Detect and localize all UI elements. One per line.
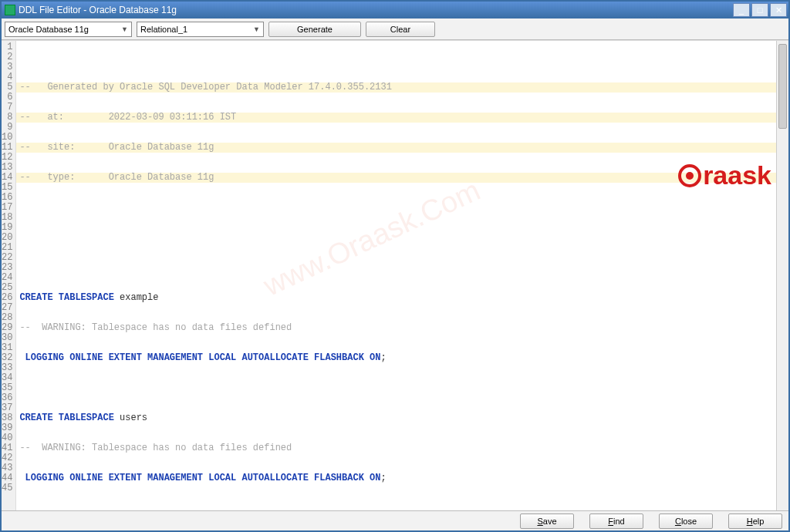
app-icon (5, 5, 15, 15)
code-line: -- at: 2022-03-09 03:11:16 IST (19, 112, 236, 123)
close-bottom-button[interactable]: Close (659, 513, 713, 529)
code-viewport[interactable]: www.Oraask.Com -- Generated by Oracle SQ… (16, 41, 788, 510)
database-combo-value: Oracle Database 11g (8, 25, 89, 34)
editor-area: 1234567891011121314151617181920212223242… (2, 40, 788, 510)
chevron-down-icon: ▼ (253, 25, 260, 33)
titlebar: DDL File Editor - Oracle Database 11g _ … (2, 2, 788, 19)
toolbar: Oracle Database 11g ▼ Relational_1 ▼ Gen… (2, 19, 788, 40)
scrollbar-thumb[interactable] (778, 44, 787, 129)
code-line: -- type: Oracle Database 11g (19, 172, 214, 183)
maximize-button[interactable]: □ (751, 3, 768, 17)
database-combo[interactable]: Oracle Database 11g ▼ (5, 22, 132, 37)
help-button[interactable]: Help (728, 513, 782, 529)
window-buttons: _ □ ✕ (733, 3, 787, 17)
code-line: -- Generated by Oracle SQL Developer Dat… (19, 82, 391, 93)
window-title: DDL File Editor - Oracle Database 11g (19, 5, 177, 15)
model-combo[interactable]: Relational_1 ▼ (137, 22, 264, 37)
bottom-bar: Save Find Close Help (2, 510, 788, 530)
code-line: -- site: Oracle Database 11g (19, 142, 214, 153)
line-gutter: 1234567891011121314151617181920212223242… (2, 41, 16, 510)
vertical-scrollbar[interactable] (776, 41, 788, 510)
close-button[interactable]: ✕ (770, 3, 787, 17)
clear-button[interactable]: Clear (366, 22, 435, 37)
chevron-down-icon: ▼ (121, 25, 128, 33)
generate-button[interactable]: Generate (268, 22, 361, 37)
model-combo-value: Relational_1 (140, 25, 187, 34)
minimize-button[interactable]: _ (733, 3, 750, 17)
find-button[interactable]: Find (589, 513, 643, 529)
save-button[interactable]: Save (520, 513, 574, 529)
